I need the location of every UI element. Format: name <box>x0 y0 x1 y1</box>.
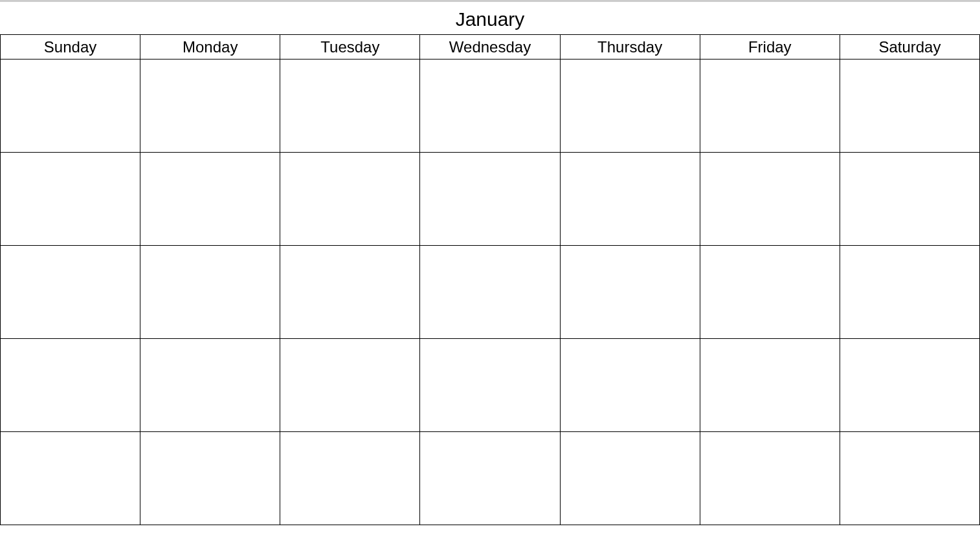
day-cell <box>420 60 560 153</box>
day-header-wednesday: Wednesday <box>420 35 560 60</box>
day-header-monday: Monday <box>140 35 280 60</box>
day-cell <box>140 153 280 246</box>
day-header-row: Sunday Monday Tuesday Wednesday Thursday… <box>1 35 980 60</box>
day-cell <box>700 153 840 246</box>
day-cell <box>840 153 979 246</box>
day-cell <box>840 246 979 339</box>
calendar-table: Sunday Monday Tuesday Wednesday Thursday… <box>0 34 980 525</box>
day-cell <box>140 432 280 525</box>
day-cell <box>280 60 420 153</box>
day-cell <box>1 339 140 432</box>
day-cell <box>700 432 840 525</box>
day-cell <box>560 60 700 153</box>
week-row <box>1 246 980 339</box>
week-row <box>1 339 980 432</box>
day-cell <box>140 60 280 153</box>
day-header-saturday: Saturday <box>840 35 979 60</box>
day-cell <box>700 246 840 339</box>
day-cell <box>560 339 700 432</box>
day-cell <box>700 60 840 153</box>
day-cell <box>840 339 979 432</box>
week-row <box>1 153 980 246</box>
calendar-container: January Sunday Monday Tuesday Wednesday … <box>0 6 980 525</box>
day-cell <box>140 246 280 339</box>
day-cell <box>700 339 840 432</box>
day-header-thursday: Thursday <box>560 35 700 60</box>
day-cell <box>420 432 560 525</box>
day-cell <box>840 432 979 525</box>
day-cell <box>280 432 420 525</box>
day-cell <box>420 246 560 339</box>
day-cell <box>1 246 140 339</box>
day-cell <box>1 153 140 246</box>
day-cell <box>420 339 560 432</box>
calendar-body <box>1 60 980 525</box>
day-cell <box>840 60 979 153</box>
day-cell <box>140 339 280 432</box>
day-cell <box>560 153 700 246</box>
day-cell <box>280 246 420 339</box>
day-cell <box>1 60 140 153</box>
week-row <box>1 60 980 153</box>
day-header-friday: Friday <box>700 35 840 60</box>
day-header-sunday: Sunday <box>1 35 140 60</box>
week-row <box>1 432 980 525</box>
day-cell <box>420 153 560 246</box>
day-header-tuesday: Tuesday <box>280 35 420 60</box>
day-cell <box>280 339 420 432</box>
day-cell <box>280 153 420 246</box>
day-cell <box>1 432 140 525</box>
month-title: January <box>0 6 980 34</box>
day-cell <box>560 246 700 339</box>
day-cell <box>560 432 700 525</box>
